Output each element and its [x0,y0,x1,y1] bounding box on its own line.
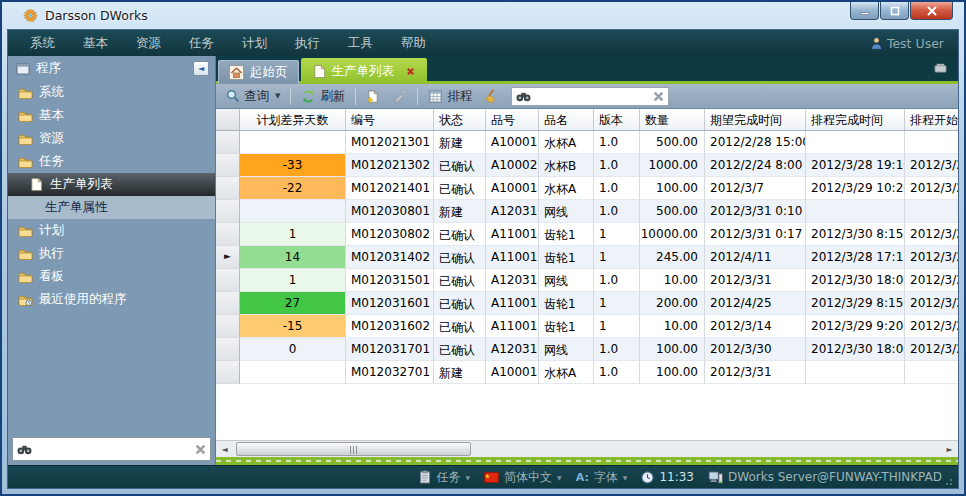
sidebar-item-9[interactable]: 最近使用的程序 [8,288,215,311]
cell-item_name[interactable]: 水杯A [539,361,594,384]
table-row[interactable]: -33M012021302已确认A10002水杯B1.01000.002012/… [216,154,958,177]
cell-no[interactable]: M012031701 [346,338,434,361]
maximize-button[interactable] [880,2,909,20]
cell-version[interactable]: 1.0 [594,131,640,154]
cell-diff[interactable]: -33 [240,154,346,177]
cell-sched_start[interactable]: 2012/3/28 10:52 [905,269,958,292]
edit-order-button[interactable] [388,86,411,107]
cell-qty[interactable]: 10000.00 [640,223,705,246]
cell-item_no[interactable]: A10001 [486,131,539,154]
table-filter-input[interactable] [535,89,649,103]
cell-sched_start[interactable] [905,200,958,223]
menu-item-1[interactable]: 基本 [69,30,122,56]
cell-status[interactable]: 已确认 [434,246,486,269]
cell-item_name[interactable]: 水杯A [539,177,594,200]
cell-diff[interactable]: 27 [240,292,346,315]
sidebar-item-6[interactable]: 计划 [8,219,215,242]
schedule-button[interactable]: 排程 [424,86,476,107]
new-order-button[interactable] [362,86,385,107]
cell-sched_end[interactable] [806,200,905,223]
cell-qty[interactable]: 500.00 [640,200,705,223]
cell-diff[interactable]: -22 [240,177,346,200]
cell-sched_end[interactable]: 2012/3/30 18:00 [806,269,905,292]
status-font-dropdown[interactable]: A: 字体 ▼ [576,469,628,486]
menu-item-5[interactable]: 执行 [281,30,334,56]
table-row[interactable]: M012032701新建A10001水杯A1.0100.002012/3/31 [216,361,958,384]
cell-status[interactable]: 已确认 [434,154,486,177]
titlebar[interactable]: Darsson DWorks [7,2,959,29]
cell-item_no[interactable]: A10001 [486,361,539,384]
scroll-right-icon[interactable]: ► [941,442,958,457]
menu-item-7[interactable]: 帮助 [387,30,440,56]
cell-expect[interactable]: 2012/3/30 [705,338,806,361]
cell-qty[interactable]: 10.00 [640,269,705,292]
cell-item_name[interactable]: 齿轮1 [539,223,594,246]
cell-sched_end[interactable]: 2012/3/29 8:15 [806,292,905,315]
table-row[interactable]: -22M012021401已确认A10001水杯A1.0100.002012/3… [216,177,958,200]
resize-grip[interactable] [945,476,955,486]
cell-qty[interactable]: 100.00 [640,361,705,384]
cell-item_name[interactable]: 齿轮1 [539,246,594,269]
close-button[interactable] [910,2,953,20]
minimize-button[interactable] [850,2,879,20]
cell-no[interactable]: M012032701 [346,361,434,384]
cell-item_name[interactable]: 水杯A [539,131,594,154]
column-header-expect[interactable]: 期望完成时间 [705,109,806,130]
column-header-sched_start[interactable]: 排程开始时间 [905,109,958,130]
cell-version[interactable]: 1.0 [594,269,640,292]
cell-version[interactable]: 1.0 [594,200,640,223]
table-row[interactable]: 27M012031601已确认A11001齿轮11200.002012/4/25… [216,292,958,315]
table-filter-clear-icon[interactable] [653,91,664,102]
menu-item-0[interactable]: 系统 [16,30,69,56]
table-row[interactable]: 1M012030802已确认A11001齿轮1110000.002012/3/3… [216,223,958,246]
cell-qty[interactable]: 10.00 [640,315,705,338]
sidebar-item-7[interactable]: 执行 [8,242,215,265]
cell-sched_end[interactable]: 2012/3/28 17:13 [806,246,905,269]
cell-qty[interactable]: 1000.00 [640,154,705,177]
cell-status[interactable]: 新建 [434,200,486,223]
cell-status[interactable]: 新建 [434,361,486,384]
cell-diff[interactable]: 1 [240,223,346,246]
cell-item_name[interactable]: 水杯B [539,154,594,177]
cell-version[interactable]: 1.0 [594,154,640,177]
cell-version[interactable]: 1 [594,315,640,338]
cell-sched_end[interactable]: 2012/3/29 10:20 [806,177,905,200]
sidebar-search-input[interactable] [36,442,191,456]
cell-no[interactable]: M012031602 [346,315,434,338]
tab-start-page[interactable]: 起始页 [218,60,299,84]
cell-sched_end[interactable] [806,361,905,384]
table-row[interactable]: -15M012031602已确认A11001齿轮1110.002012/3/14… [216,315,958,338]
cell-status[interactable]: 已确认 [434,292,486,315]
cell-sched_start[interactable] [905,361,958,384]
cell-diff[interactable]: 14 [240,246,346,269]
cell-diff[interactable]: -15 [240,315,346,338]
window-list-icon[interactable] [933,62,948,73]
column-header-diff[interactable]: 计划差异天数 [240,109,346,130]
logged-in-user[interactable]: Test User [871,36,944,51]
table-row[interactable]: 1M012031501已确认A12031网线1.010.002012/3/312… [216,269,958,292]
cell-item_name[interactable]: 齿轮1 [539,292,594,315]
cell-sched_start[interactable]: 2012/3/28 10:52 [905,154,958,177]
column-header-qty[interactable]: 数量 [640,109,705,130]
cell-version[interactable]: 1 [594,223,640,246]
cell-item_no[interactable]: A12031 [486,200,539,223]
scrollbar-thumb[interactable] [236,442,471,456]
sidebar-item-1[interactable]: 基本 [8,104,215,127]
cell-item_no[interactable]: A11001 [486,246,539,269]
column-header-status[interactable]: 状态 [434,109,486,130]
sidebar-item-3[interactable]: 任务 [8,150,215,173]
query-button[interactable]: 查询 ▼ [222,86,284,107]
cell-diff[interactable]: 0 [240,338,346,361]
cell-version[interactable]: 1 [594,246,640,269]
cell-sched_end[interactable]: 2012/3/28 19:10 [806,154,905,177]
cell-status[interactable]: 已确认 [434,223,486,246]
cell-no[interactable]: M012021301 [346,131,434,154]
column-header-no[interactable]: 编号 [346,109,434,130]
scroll-left-icon[interactable]: ◄ [216,442,233,457]
sidebar-collapse-icon[interactable]: ◄ [193,61,209,76]
cell-status[interactable]: 已确认 [434,269,486,292]
sidebar-item-5[interactable]: 生产单属性 [8,196,215,219]
status-language-dropdown[interactable]: 简体中文 ▼ [484,469,562,486]
cell-qty[interactable]: 200.00 [640,292,705,315]
table-row[interactable]: M012021301新建A10001水杯A1.0500.002012/2/28 … [216,131,958,154]
